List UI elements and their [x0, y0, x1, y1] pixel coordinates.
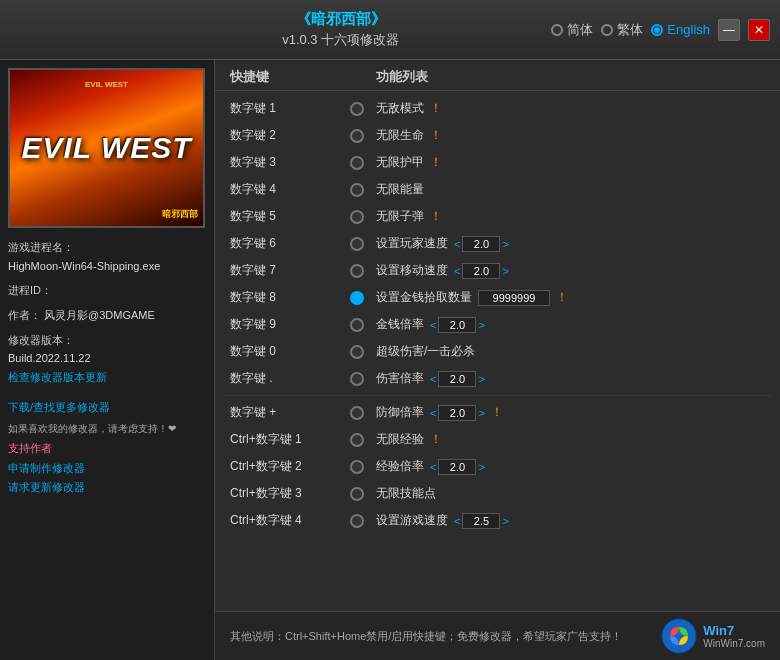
lang-traditional[interactable]: 繁体: [601, 21, 643, 39]
footer-text: 其他说明：Ctrl+Shift+Home禁用/启用快捷键；免费修改器，希望玩家广…: [230, 629, 622, 644]
update-link[interactable]: 检查修改器版本更新: [8, 368, 206, 388]
table-row: 数字键 6设置玩家速度<2.0>: [215, 230, 780, 257]
func-cell: 设置游戏速度<2.5>: [376, 512, 765, 529]
toggle-button[interactable]: [350, 433, 364, 447]
lang-english-label: English: [667, 22, 710, 37]
value-display[interactable]: 2.0: [438, 371, 476, 387]
support-author-link[interactable]: 支持作者: [8, 439, 206, 459]
toggle-button[interactable]: [350, 156, 364, 170]
toggle-button[interactable]: [350, 372, 364, 386]
radio-english: [651, 24, 663, 36]
toggle-col: [350, 237, 376, 251]
value-control: <2.0>: [430, 405, 485, 421]
value-display[interactable]: 2.0: [438, 459, 476, 475]
func-name: 经验倍率: [376, 458, 424, 475]
toggle-button[interactable]: [350, 183, 364, 197]
pid-label: 进程ID：: [8, 284, 52, 296]
value-control: <2.0>: [454, 263, 509, 279]
toggle-col: [350, 129, 376, 143]
table-row: Ctrl+数字键 3无限技能点: [215, 480, 780, 507]
func-cell: 无敌模式！: [376, 100, 765, 117]
toggle-col: [350, 372, 376, 386]
download-link[interactable]: 下载/查找更多修改器: [8, 398, 206, 418]
decrease-button[interactable]: <: [430, 461, 436, 473]
cheat-divider: [225, 395, 770, 396]
func-cell: 超级伤害/一击必杀: [376, 343, 765, 360]
toggle-button[interactable]: [350, 237, 364, 251]
game-image: EVIL WEST EVIL WEST 暗邪西部: [8, 68, 205, 228]
win7-logo-icon: [661, 618, 697, 654]
toggle-button[interactable]: [350, 487, 364, 501]
lang-simplified[interactable]: 简体: [551, 21, 593, 39]
increase-button[interactable]: >: [478, 319, 484, 331]
support-note: 如果喜欢我的修改器，请考虑支持！❤: [8, 420, 206, 437]
func-name: 设置金钱拾取数量: [376, 289, 472, 306]
func-name: 无限技能点: [376, 485, 436, 502]
decrease-button[interactable]: <: [454, 515, 460, 527]
game-image-title: EVIL WEST: [21, 131, 191, 165]
value-display[interactable]: 2.0: [438, 317, 476, 333]
value-display[interactable]: 2.5: [462, 513, 500, 529]
decrease-button[interactable]: <: [430, 319, 436, 331]
toggle-button[interactable]: [350, 318, 364, 332]
toggle-col: [350, 210, 376, 224]
game-image-subtitle: 暗邪西部: [162, 208, 198, 221]
func-cell: 伤害倍率<2.0>: [376, 370, 765, 387]
warning-icon: ！: [430, 431, 442, 448]
hotkey-cell: 数字键 3: [230, 154, 350, 171]
value-display[interactable]: 2.0: [438, 405, 476, 421]
toggle-button[interactable]: [350, 264, 364, 278]
warning-icon: ！: [430, 154, 442, 171]
decrease-button[interactable]: <: [430, 407, 436, 419]
value-input[interactable]: 9999999: [478, 290, 550, 306]
func-name: 设置游戏速度: [376, 512, 448, 529]
process-info: 游戏进程名： HighMoon-Win64-Shipping.exe: [8, 238, 206, 275]
toggle-col: [350, 460, 376, 474]
hotkey-cell: 数字键 .: [230, 370, 350, 387]
lang-english[interactable]: English: [651, 22, 710, 37]
decrease-button[interactable]: <: [430, 373, 436, 385]
increase-button[interactable]: >: [478, 373, 484, 385]
toggle-button[interactable]: [350, 210, 364, 224]
close-button[interactable]: ✕: [748, 19, 770, 41]
toggle-button[interactable]: [350, 129, 364, 143]
value-display[interactable]: 2.0: [462, 263, 500, 279]
request-update-link[interactable]: 请求更新修改器: [8, 478, 206, 498]
decrease-button[interactable]: <: [454, 238, 460, 250]
increase-button[interactable]: >: [502, 515, 508, 527]
table-row: 数字键 4无限能量: [215, 176, 780, 203]
author-label: 作者：: [8, 309, 41, 321]
warning-icon: ！: [430, 127, 442, 144]
footer-bar: 其他说明：Ctrl+Shift+Home禁用/启用快捷键；免费修改器，希望玩家广…: [215, 611, 780, 660]
toggle-button[interactable]: [350, 406, 364, 420]
footer-brand-top: Win7: [703, 623, 765, 638]
decrease-button[interactable]: <: [454, 265, 460, 277]
toggle-button[interactable]: [350, 345, 364, 359]
hotkey-cell: 数字键 8: [230, 289, 350, 306]
hotkey-cell: 数字键 7: [230, 262, 350, 279]
value-display[interactable]: 2.0: [462, 236, 500, 252]
func-cell: 经验倍率<2.0>: [376, 458, 765, 475]
increase-button[interactable]: >: [502, 265, 508, 277]
hotkey-cell: 数字键 +: [230, 404, 350, 421]
hotkey-cell: Ctrl+数字键 1: [230, 431, 350, 448]
toggle-button[interactable]: [350, 460, 364, 474]
toggle-button[interactable]: [350, 291, 364, 305]
value-control: <2.5>: [454, 513, 509, 529]
increase-button[interactable]: >: [478, 461, 484, 473]
increase-button[interactable]: >: [478, 407, 484, 419]
table-row: 数字键 5无限子弹！: [215, 203, 780, 230]
apply-link[interactable]: 申请制作修改器: [8, 459, 206, 479]
toggle-button[interactable]: [350, 514, 364, 528]
toggle-col: [350, 156, 376, 170]
increase-button[interactable]: >: [502, 238, 508, 250]
author-info: 作者： 风灵月影@3DMGAME: [8, 306, 206, 325]
toggle-col: [350, 264, 376, 278]
func-cell: 无限能量: [376, 181, 765, 198]
value-control: <2.0>: [430, 459, 485, 475]
table-row: Ctrl+数字键 4设置游戏速度<2.5>: [215, 507, 780, 534]
hotkey-cell: Ctrl+数字键 2: [230, 458, 350, 475]
minimize-button[interactable]: —: [718, 19, 740, 41]
cheat-header: 快捷键 功能列表: [215, 60, 780, 91]
toggle-button[interactable]: [350, 102, 364, 116]
